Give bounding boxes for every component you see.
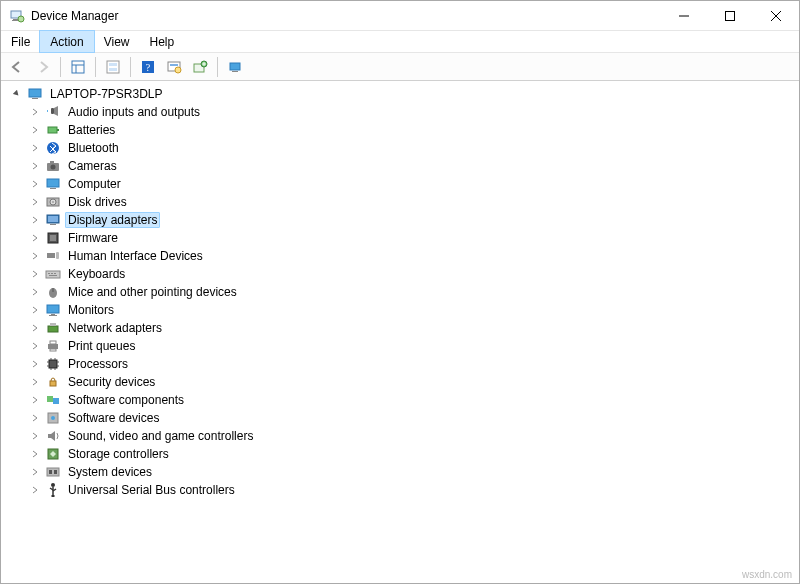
tree-node-security[interactable]: Security devices xyxy=(27,373,797,391)
tree-node-label: Keyboards xyxy=(65,267,128,281)
chevron-right-icon[interactable] xyxy=(29,160,41,172)
tree-node-system[interactable]: System devices xyxy=(27,463,797,481)
minimize-button[interactable] xyxy=(661,1,707,31)
svg-rect-12 xyxy=(109,63,117,66)
help-button[interactable]: ? xyxy=(136,55,160,79)
chevron-right-icon[interactable] xyxy=(29,196,41,208)
tree-node-cameras[interactable]: Cameras xyxy=(27,157,797,175)
tree-node-software-components[interactable]: Software components xyxy=(27,391,797,409)
chevron-right-icon[interactable] xyxy=(29,412,41,424)
chevron-right-icon[interactable] xyxy=(29,322,41,334)
svg-point-18 xyxy=(175,67,181,73)
chevron-right-icon[interactable] xyxy=(29,466,41,478)
tree-node-label: Storage controllers xyxy=(65,447,172,461)
tree-node-storage[interactable]: Storage controllers xyxy=(27,445,797,463)
tree-node-display-adapters[interactable]: Display adapters xyxy=(27,211,797,229)
titlebar: Device Manager xyxy=(1,1,799,31)
chevron-right-icon[interactable] xyxy=(29,358,41,370)
tree-node-usb[interactable]: Universal Serial Bus controllers xyxy=(27,481,797,499)
processors-icon xyxy=(45,356,61,372)
menu-file[interactable]: File xyxy=(1,31,40,52)
tree-node-bluetooth[interactable]: Bluetooth xyxy=(27,139,797,157)
chevron-right-icon[interactable] xyxy=(29,142,41,154)
chevron-right-icon[interactable] xyxy=(29,124,41,136)
tree-node-label: Firmware xyxy=(65,231,121,245)
chevron-right-icon[interactable] xyxy=(29,448,41,460)
disk-drives-icon xyxy=(45,194,61,210)
tree-root-node[interactable]: LAPTOP-7PSR3DLP xyxy=(9,85,797,103)
watermark: wsxdn.com xyxy=(742,569,792,580)
tree-node-label: Sound, video and game controllers xyxy=(65,429,256,443)
system-icon xyxy=(45,464,61,480)
menu-action[interactable]: Action xyxy=(40,31,93,52)
chevron-right-icon[interactable] xyxy=(29,484,41,496)
chevron-right-icon[interactable] xyxy=(29,394,41,406)
toolbar-separator xyxy=(130,57,131,77)
network-icon xyxy=(45,320,61,336)
monitors-icon xyxy=(45,302,61,318)
chevron-right-icon[interactable] xyxy=(29,304,41,316)
tree-node-disk-drives[interactable]: Disk drives xyxy=(27,193,797,211)
tree-node-hid[interactable]: Human Interface Devices xyxy=(27,247,797,265)
chevron-right-icon[interactable] xyxy=(29,268,41,280)
svg-rect-13 xyxy=(109,68,117,71)
computer-icon xyxy=(27,86,43,102)
chevron-right-icon[interactable] xyxy=(29,214,41,226)
chevron-right-icon[interactable] xyxy=(29,178,41,190)
computer-icon xyxy=(45,176,61,192)
tree-node-print-queues[interactable]: Print queues xyxy=(27,337,797,355)
tree-node-network[interactable]: Network adapters xyxy=(27,319,797,337)
expand-collapse-icon[interactable] xyxy=(11,88,23,100)
uninstall-device-button[interactable] xyxy=(223,55,247,79)
tree-node-monitors[interactable]: Monitors xyxy=(27,301,797,319)
svg-rect-21 xyxy=(230,63,240,70)
chevron-right-icon[interactable] xyxy=(29,232,41,244)
tree-node-mice[interactable]: Mice and other pointing devices xyxy=(27,283,797,301)
menu-help[interactable]: Help xyxy=(140,31,185,52)
chevron-right-icon[interactable] xyxy=(29,286,41,298)
tree-node-processors[interactable]: Processors xyxy=(27,355,797,373)
chevron-right-icon[interactable] xyxy=(29,430,41,442)
back-button[interactable] xyxy=(5,55,29,79)
svg-rect-23 xyxy=(29,89,41,97)
maximize-button[interactable] xyxy=(707,1,753,31)
cameras-icon xyxy=(45,158,61,174)
software-devices-icon xyxy=(45,410,61,426)
display-adapters-icon xyxy=(45,212,61,228)
tree-node-computer[interactable]: Computer xyxy=(27,175,797,193)
chevron-right-icon[interactable] xyxy=(29,340,41,352)
tree-node-label: System devices xyxy=(65,465,155,479)
tree-node-audio[interactable]: Audio inputs and outputs xyxy=(27,103,797,121)
batteries-icon xyxy=(45,122,61,138)
security-icon xyxy=(45,374,61,390)
firmware-icon xyxy=(45,230,61,246)
chevron-right-icon[interactable] xyxy=(29,250,41,262)
chevron-right-icon[interactable] xyxy=(29,376,41,388)
properties-button[interactable] xyxy=(101,55,125,79)
tree-node-label: Audio inputs and outputs xyxy=(65,105,203,119)
tree-node-label: Bluetooth xyxy=(65,141,122,155)
tree-node-software-devices[interactable]: Software devices xyxy=(27,409,797,427)
show-hide-console-button[interactable] xyxy=(66,55,90,79)
tree-node-batteries[interactable]: Batteries xyxy=(27,121,797,139)
svg-rect-8 xyxy=(72,61,84,73)
bluetooth-icon xyxy=(45,140,61,156)
tree-node-label: Computer xyxy=(65,177,124,191)
tree-node-label: Network adapters xyxy=(65,321,165,335)
forward-button[interactable] xyxy=(31,55,55,79)
tree-node-label: Processors xyxy=(65,357,131,371)
tree-node-sound[interactable]: Sound, video and game controllers xyxy=(27,427,797,445)
update-driver-button[interactable] xyxy=(188,55,212,79)
svg-text:?: ? xyxy=(146,62,151,73)
chevron-right-icon[interactable] xyxy=(29,106,41,118)
tree-node-firmware[interactable]: Firmware xyxy=(27,229,797,247)
svg-rect-5 xyxy=(726,11,735,20)
toolbar: ? xyxy=(1,53,799,81)
app-icon xyxy=(9,8,25,24)
tree-node-keyboards[interactable]: Keyboards xyxy=(27,265,797,283)
menu-view[interactable]: View xyxy=(94,31,140,52)
scan-hardware-button[interactable] xyxy=(162,55,186,79)
tree-node-label: Display adapters xyxy=(65,212,160,228)
device-tree[interactable]: LAPTOP-7PSR3DLP Audio inputs and outputs… xyxy=(1,81,799,583)
close-button[interactable] xyxy=(753,1,799,31)
